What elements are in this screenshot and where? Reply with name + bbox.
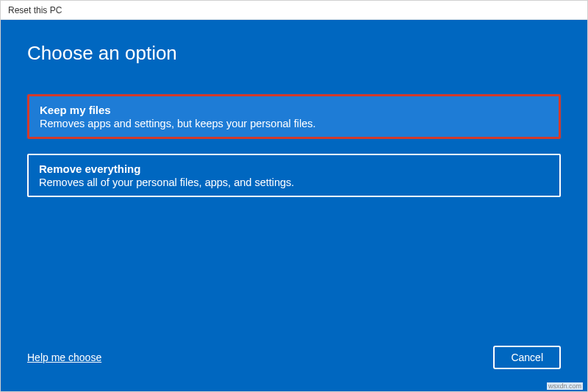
footer: Help me choose Cancel [27,346,561,374]
page-heading: Choose an option [27,42,561,65]
option-remove-everything[interactable]: Remove everything Removes all of your pe… [27,154,561,197]
option-description: Removes all of your personal files, apps… [39,177,549,188]
help-me-choose-link[interactable]: Help me choose [27,352,101,363]
option-keep-my-files[interactable]: Keep my files Removes apps and settings,… [27,94,561,139]
option-title: Remove everything [39,163,549,175]
cancel-button[interactable]: Cancel [493,346,561,369]
option-description: Removes apps and settings, but keeps you… [40,118,548,129]
content-area: Choose an option Keep my files Removes a… [1,20,587,391]
titlebar: Reset this PC [1,1,587,20]
watermark: wsxdn.com [547,382,583,390]
option-title: Keep my files [40,104,548,116]
window-title: Reset this PC [8,5,62,15]
reset-pc-window: Reset this PC Choose an option Keep my f… [0,0,588,392]
